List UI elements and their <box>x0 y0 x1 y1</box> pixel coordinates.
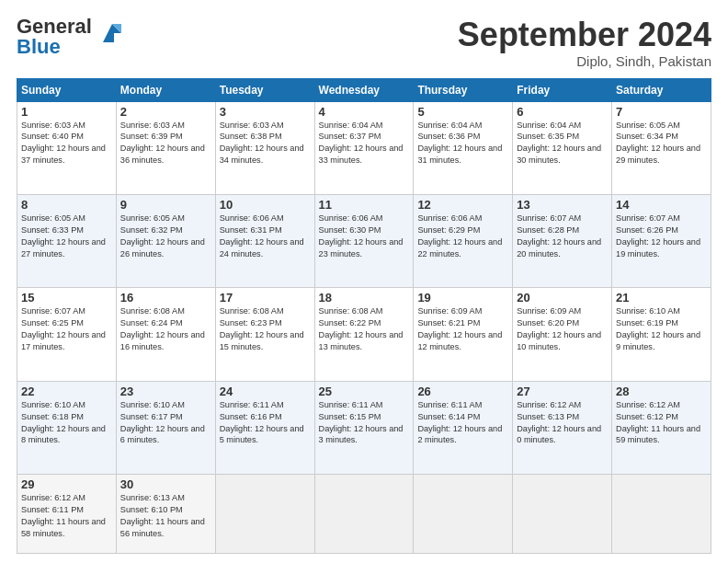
table-row: 12Sunrise: 6:06 AMSunset: 6:29 PMDayligh… <box>414 194 513 287</box>
day-info: Sunrise: 6:08 AMSunset: 6:23 PMDaylight:… <box>220 305 311 353</box>
day-number: 6 <box>517 105 608 119</box>
table-row <box>612 475 711 554</box>
calendar-week-row: 15Sunrise: 6:07 AMSunset: 6:25 PMDayligh… <box>17 288 711 381</box>
day-info: Sunrise: 6:08 AMSunset: 6:22 PMDaylight:… <box>319 305 410 353</box>
table-row: 29Sunrise: 6:12 AMSunset: 6:11 PMDayligh… <box>17 475 117 554</box>
day-number: 12 <box>417 198 508 212</box>
table-row: 7Sunrise: 6:05 AMSunset: 6:34 PMDaylight… <box>612 101 711 194</box>
day-info: Sunrise: 6:11 AMSunset: 6:14 PMDaylight:… <box>417 399 508 447</box>
day-info: Sunrise: 6:13 AMSunset: 6:10 PMDaylight:… <box>120 492 211 540</box>
day-number: 24 <box>220 385 311 398</box>
day-number: 13 <box>517 198 608 212</box>
day-info: Sunrise: 6:10 AMSunset: 6:19 PMDaylight:… <box>616 305 707 353</box>
day-info: Sunrise: 6:06 AMSunset: 6:31 PMDaylight:… <box>220 213 311 260</box>
day-number: 20 <box>517 291 608 304</box>
table-row <box>513 475 612 554</box>
table-row: 14Sunrise: 6:07 AMSunset: 6:26 PMDayligh… <box>612 194 711 287</box>
day-info: Sunrise: 6:05 AMSunset: 6:34 PMDaylight:… <box>616 120 707 167</box>
logo: General Blue <box>17 17 129 57</box>
table-row: 28Sunrise: 6:12 AMSunset: 6:12 PMDayligh… <box>612 381 711 474</box>
col-monday: Monday <box>116 78 215 101</box>
day-number: 25 <box>319 385 410 398</box>
calendar-header-row: Sunday Monday Tuesday Wednesday Thursday… <box>17 78 711 101</box>
logo-icon <box>96 17 129 50</box>
day-info: Sunrise: 6:12 AMSunset: 6:13 PMDaylight:… <box>517 399 608 447</box>
day-info: Sunrise: 6:11 AMSunset: 6:16 PMDaylight:… <box>220 399 311 447</box>
day-number: 30 <box>120 477 211 491</box>
day-number: 9 <box>120 198 211 212</box>
day-info: Sunrise: 6:07 AMSunset: 6:28 PMDaylight:… <box>517 213 608 260</box>
table-row: 25Sunrise: 6:11 AMSunset: 6:15 PMDayligh… <box>314 381 414 474</box>
table-row: 15Sunrise: 6:07 AMSunset: 6:25 PMDayligh… <box>17 288 117 381</box>
calendar-week-row: 22Sunrise: 6:10 AMSunset: 6:18 PMDayligh… <box>17 381 711 474</box>
day-info: Sunrise: 6:05 AMSunset: 6:33 PMDaylight:… <box>21 213 112 260</box>
calendar-week-row: 1Sunrise: 6:03 AMSunset: 6:40 PMDaylight… <box>17 101 711 194</box>
day-info: Sunrise: 6:04 AMSunset: 6:36 PMDaylight:… <box>417 120 508 167</box>
day-info: Sunrise: 6:07 AMSunset: 6:25 PMDaylight:… <box>21 305 112 353</box>
header: General Blue September 2024 Diplo, Sindh… <box>17 17 711 69</box>
table-row: 18Sunrise: 6:08 AMSunset: 6:22 PMDayligh… <box>314 288 414 381</box>
day-info: Sunrise: 6:12 AMSunset: 6:11 PMDaylight:… <box>21 492 112 540</box>
day-info: Sunrise: 6:09 AMSunset: 6:21 PMDaylight:… <box>417 305 508 353</box>
col-sunday: Sunday <box>17 78 117 101</box>
day-number: 19 <box>417 291 508 304</box>
day-number: 3 <box>220 105 311 119</box>
day-info: Sunrise: 6:12 AMSunset: 6:12 PMDaylight:… <box>616 399 707 447</box>
table-row: 21Sunrise: 6:10 AMSunset: 6:19 PMDayligh… <box>612 288 711 381</box>
title-block: September 2024 Diplo, Sindh, Pakistan <box>458 17 711 69</box>
table-row: 19Sunrise: 6:09 AMSunset: 6:21 PMDayligh… <box>414 288 513 381</box>
table-row: 26Sunrise: 6:11 AMSunset: 6:14 PMDayligh… <box>414 381 513 474</box>
table-row: 8Sunrise: 6:05 AMSunset: 6:33 PMDaylight… <box>17 194 117 287</box>
table-row: 24Sunrise: 6:11 AMSunset: 6:16 PMDayligh… <box>215 381 314 474</box>
day-number: 7 <box>616 105 707 119</box>
day-info: Sunrise: 6:06 AMSunset: 6:30 PMDaylight:… <box>319 213 410 260</box>
day-number: 1 <box>21 105 112 119</box>
day-info: Sunrise: 6:11 AMSunset: 6:15 PMDaylight:… <box>319 399 410 447</box>
table-row: 13Sunrise: 6:07 AMSunset: 6:28 PMDayligh… <box>513 194 612 287</box>
day-number: 10 <box>220 198 311 212</box>
day-info: Sunrise: 6:10 AMSunset: 6:17 PMDaylight:… <box>120 399 211 447</box>
table-row: 9Sunrise: 6:05 AMSunset: 6:32 PMDaylight… <box>116 194 215 287</box>
table-row: 11Sunrise: 6:06 AMSunset: 6:30 PMDayligh… <box>314 194 414 287</box>
table-row <box>314 475 414 554</box>
calendar-table: Sunday Monday Tuesday Wednesday Thursday… <box>17 78 711 554</box>
table-row: 4Sunrise: 6:04 AMSunset: 6:37 PMDaylight… <box>314 101 414 194</box>
day-number: 11 <box>319 198 410 212</box>
table-row: 22Sunrise: 6:10 AMSunset: 6:18 PMDayligh… <box>17 381 117 474</box>
day-info: Sunrise: 6:06 AMSunset: 6:29 PMDaylight:… <box>417 213 508 260</box>
day-number: 22 <box>21 385 112 398</box>
day-number: 15 <box>21 291 112 304</box>
day-info: Sunrise: 6:10 AMSunset: 6:18 PMDaylight:… <box>21 399 112 447</box>
day-number: 21 <box>616 291 707 304</box>
day-info: Sunrise: 6:09 AMSunset: 6:20 PMDaylight:… <box>517 305 608 353</box>
table-row: 16Sunrise: 6:08 AMSunset: 6:24 PMDayligh… <box>116 288 215 381</box>
day-info: Sunrise: 6:07 AMSunset: 6:26 PMDaylight:… <box>616 213 707 260</box>
day-number: 4 <box>319 105 410 119</box>
col-friday: Friday <box>513 78 612 101</box>
day-info: Sunrise: 6:03 AMSunset: 6:38 PMDaylight:… <box>220 120 311 167</box>
calendar-week-row: 8Sunrise: 6:05 AMSunset: 6:33 PMDaylight… <box>17 194 711 287</box>
day-info: Sunrise: 6:08 AMSunset: 6:24 PMDaylight:… <box>120 305 211 353</box>
page: General Blue September 2024 Diplo, Sindh… <box>0 0 728 563</box>
col-saturday: Saturday <box>612 78 711 101</box>
col-thursday: Thursday <box>414 78 513 101</box>
table-row: 6Sunrise: 6:04 AMSunset: 6:35 PMDaylight… <box>513 101 612 194</box>
table-row: 1Sunrise: 6:03 AMSunset: 6:40 PMDaylight… <box>17 101 117 194</box>
day-number: 8 <box>21 198 112 212</box>
table-row: 30Sunrise: 6:13 AMSunset: 6:10 PMDayligh… <box>116 475 215 554</box>
day-number: 27 <box>517 385 608 398</box>
table-row: 5Sunrise: 6:04 AMSunset: 6:36 PMDaylight… <box>414 101 513 194</box>
table-row <box>414 475 513 554</box>
day-number: 23 <box>120 385 211 398</box>
calendar-week-row: 29Sunrise: 6:12 AMSunset: 6:11 PMDayligh… <box>17 475 711 554</box>
table-row <box>215 475 314 554</box>
day-number: 17 <box>220 291 311 304</box>
day-info: Sunrise: 6:03 AMSunset: 6:40 PMDaylight:… <box>21 120 112 167</box>
col-tuesday: Tuesday <box>215 78 314 101</box>
day-number: 16 <box>120 291 211 304</box>
day-number: 29 <box>21 477 112 491</box>
day-info: Sunrise: 6:05 AMSunset: 6:32 PMDaylight:… <box>120 213 211 260</box>
day-info: Sunrise: 6:04 AMSunset: 6:37 PMDaylight:… <box>319 120 410 167</box>
table-row: 27Sunrise: 6:12 AMSunset: 6:13 PMDayligh… <box>513 381 612 474</box>
day-number: 18 <box>319 291 410 304</box>
